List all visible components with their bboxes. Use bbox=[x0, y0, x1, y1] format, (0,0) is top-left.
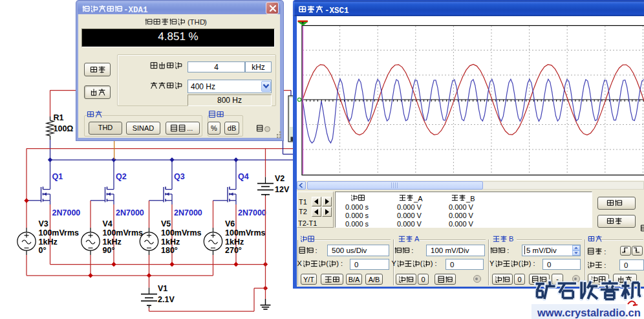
svg-text:www.crystalradio.cn: www.crystalradio.cn bbox=[537, 307, 641, 318]
